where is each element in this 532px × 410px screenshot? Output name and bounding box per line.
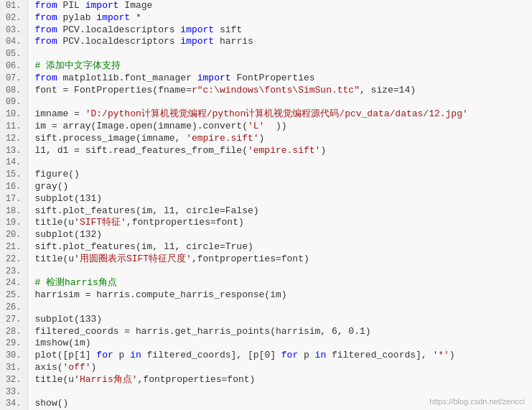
line-number: 06. (0, 60, 27, 73)
line-number: 29. (0, 337, 27, 350)
code-token: ) (259, 133, 265, 144)
code-token: title(u (35, 217, 75, 228)
code-token: imshow(im) (35, 337, 91, 348)
code-token: filtered_coords], (326, 350, 432, 360)
code-token: 'D:/python计算机视觉编程/python计算机视觉编程源代码/pcv_d… (85, 108, 468, 119)
code-line-content: from PCV.localdescriptors import harris (27, 36, 532, 48)
table-row: 16.gray() (0, 181, 532, 193)
code-line-content: sift.plot_features(im, l1, circle=False) (27, 205, 532, 218)
code-token: ) (449, 350, 455, 360)
table-row: 22.title(u'用圆圈表示SIFT特征尺度',fontproperties… (0, 253, 532, 266)
line-number: 28. (0, 326, 27, 338)
code-token: # 添加中文字体支持 (35, 60, 121, 71)
line-number: 34. (0, 398, 27, 410)
table-row: 33. (0, 386, 532, 399)
line-number: 27. (0, 314, 27, 326)
code-line-content: im = array(Image.open(imname).convert('L… (27, 121, 532, 133)
code-line-content: title(u'用圆圈表示SIFT特征尺度',fontproperties=fo… (27, 253, 532, 266)
code-token: '*' (432, 350, 449, 360)
code-token: ,fontproperties=font) (138, 374, 256, 385)
table-row: 09. (0, 96, 532, 108)
line-number: 09. (0, 96, 27, 108)
code-token: font = FontProperties(fname= (35, 85, 192, 95)
line-number: 08. (0, 85, 27, 97)
code-token: harrisim = harris.compute_harris_respons… (35, 289, 287, 300)
code-line-content: sift.process_image(imname, 'empire.sift'… (27, 133, 532, 145)
code-line-content: # 检测harris角点 (27, 277, 532, 289)
line-number: 30. (0, 350, 27, 362)
code-line-content: from pylab import * (27, 12, 532, 24)
code-token: ,fontproperties=font) (126, 217, 244, 228)
line-number: 16. (0, 181, 27, 193)
code-token: sift (214, 24, 242, 35)
code-token: PCV.localdescriptors (57, 24, 181, 35)
code-token: from (35, 24, 57, 35)
table-row: 21.sift.plot_features(im, l1, circle=Tru… (0, 241, 532, 253)
code-line-content (27, 48, 532, 60)
code-token: , size=14) (360, 85, 416, 95)
table-row: 08.font = FontProperties(fname=r"c:\wind… (0, 85, 532, 97)
table-row: 01.from PIL import Image (0, 0, 532, 12)
code-token: show() (35, 398, 69, 409)
code-token: PIL (57, 0, 85, 11)
line-number: 11. (0, 121, 27, 133)
code-line-content: sift.plot_features(im, l1, circle=True) (27, 241, 532, 253)
table-row: 13.l1, d1 = sift.read_features_from_file… (0, 145, 532, 157)
table-row: 25.harrisim = harris.compute_harris_resp… (0, 289, 532, 302)
code-token: import (96, 12, 130, 23)
code-token: sift.plot_features(im, l1, circle=False) (35, 205, 259, 216)
table-row: 18.sift.plot_features(im, l1, circle=Fal… (0, 205, 532, 218)
code-line-content: from PIL import Image (27, 0, 532, 12)
table-row: 20.subplot(132) (0, 229, 532, 241)
code-token: Image (119, 0, 153, 11)
code-token: # 检测harris角点 (35, 277, 117, 288)
code-line-content: subplot(132) (27, 229, 532, 241)
code-token: ) (91, 362, 97, 373)
line-number: 23. (0, 266, 27, 278)
code-token: filtered_coords], [p[0] (141, 350, 281, 360)
code-token: from (35, 36, 57, 47)
code-line-content (27, 96, 532, 108)
code-line-content: subplot(131) (27, 193, 532, 205)
table-row: 15.figure() (0, 169, 532, 181)
table-row: 27.subplot(133) (0, 314, 532, 326)
code-token: from (35, 0, 57, 11)
code-token: axis( (35, 362, 63, 373)
table-row: 30.plot([p[1] for p in filtered_coords],… (0, 350, 532, 362)
code-line-content: font = FontProperties(fname=r"c:\windows… (27, 85, 532, 97)
code-token: from (35, 12, 57, 23)
code-line-content: plot([p[1] for p in filtered_coords], [p… (27, 350, 532, 362)
code-token: subplot(132) (35, 229, 103, 240)
code-token: sift.process_image(imname, (35, 133, 187, 144)
line-number: 25. (0, 289, 27, 302)
code-line-content: filtered_coords = harris.get_harris_poin… (27, 326, 532, 338)
code-line-content: l1, d1 = sift.read_features_from_file('e… (27, 145, 532, 157)
code-token: im = array(Image.open(imname).convert( (35, 121, 248, 131)
table-row: 23. (0, 266, 532, 278)
table-row: 28.filtered_coords = harris.get_harris_p… (0, 326, 532, 338)
line-number: 01. (0, 0, 27, 12)
code-token: p (298, 350, 314, 360)
code-token: gray() (35, 181, 69, 192)
line-number: 15. (0, 169, 27, 181)
table-row: 12.sift.process_image(imname, 'empire.si… (0, 133, 532, 145)
code-line-content: subplot(133) (27, 314, 532, 326)
table-row: 07.from matplotlib.font_manager import F… (0, 73, 532, 85)
table-row: 24.# 检测harris角点 (0, 277, 532, 289)
code-token: FontProperties (231, 73, 315, 83)
code-editor: 01.from PIL import Image02.from pylab im… (0, 0, 532, 410)
line-number: 05. (0, 48, 27, 60)
line-number: 33. (0, 386, 27, 399)
table-row: 19.title(u'SIFT特征',fontproperties=font) (0, 217, 532, 229)
code-line-content: # 添加中文字体支持 (27, 60, 532, 73)
code-line-content: from matplotlib.font_manager import Font… (27, 73, 532, 85)
code-token: ,fontproperties=font) (192, 253, 309, 264)
line-number: 18. (0, 205, 27, 218)
code-token: import (180, 36, 214, 47)
line-number: 13. (0, 145, 27, 157)
line-number: 07. (0, 73, 27, 85)
code-token: plot([p[1] (35, 350, 97, 360)
code-token: PCV.localdescriptors (57, 36, 181, 47)
code-line-content: imname = 'D:/python计算机视觉编程/python计算机视觉编程… (27, 108, 532, 121)
table-row: 31.axis('off') (0, 362, 532, 374)
